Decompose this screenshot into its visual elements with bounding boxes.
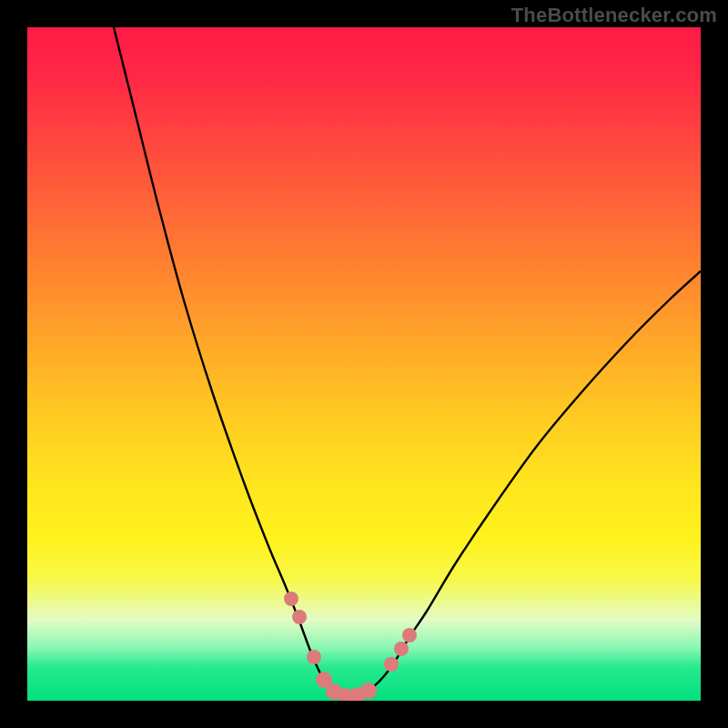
- attribution-label: TheBottlenecker.com: [511, 4, 717, 27]
- curve-marker: [394, 642, 409, 656]
- plot-area: [27, 27, 701, 701]
- curve-markers: [284, 592, 417, 701]
- curve-marker: [307, 650, 321, 664]
- curve-layer: [27, 27, 701, 701]
- chart-frame: TheBottlenecker.com: [0, 0, 728, 728]
- curve-marker: [284, 592, 298, 606]
- curve-marker: [360, 682, 377, 699]
- curve-marker: [402, 628, 417, 642]
- curve-marker: [292, 610, 307, 624]
- curve-marker: [384, 657, 399, 672]
- bottleneck-curve: [114, 27, 701, 697]
